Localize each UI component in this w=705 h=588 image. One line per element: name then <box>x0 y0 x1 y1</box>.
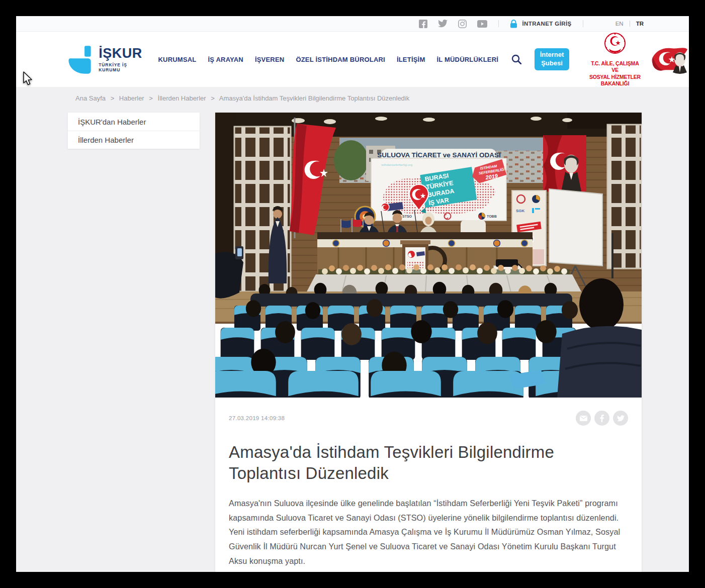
email-icon <box>580 416 587 421</box>
breadcrumb-haberler[interactable]: Haberler <box>119 94 144 102</box>
ataturk-portrait <box>543 135 586 191</box>
browser-viewport: İNTRANET GİRİŞ EN TR İŞKUR TÜRKİYE İŞ KU… <box>16 16 689 572</box>
svg-text:STSO: STSO <box>402 215 412 218</box>
article-title: Amasya'da İstihdam Teşvikleri Bilgilendi… <box>229 442 628 484</box>
ministry-emblem-icon <box>602 32 628 57</box>
photographer <box>215 246 243 299</box>
instagram-icon[interactable] <box>458 20 467 28</box>
breadcrumb: Ana Sayfa > Haberler > İllerden Haberler… <box>16 87 689 102</box>
svg-text:TOBB: TOBB <box>487 215 497 218</box>
twitter-icon[interactable] <box>438 20 448 28</box>
sidebar-item-iskurdan-haberler[interactable]: İŞKUR'dan Haberler <box>68 113 200 131</box>
article-text: Amasya'nın Suluova ilçesinde ülke geneli… <box>229 496 628 572</box>
logo-tagline: TÜRKİYE İŞ KURUMU <box>99 62 145 72</box>
main-content: İŞKUR'dan Haberler İllerden Haberler <box>68 113 689 572</box>
internet-button-line2: Şubesi <box>535 59 569 68</box>
ministry-name-line1: T.C. AİLE, ÇALIŞMA VE <box>587 60 643 73</box>
search-button[interactable] <box>511 54 521 64</box>
search-icon <box>511 54 521 64</box>
breadcrumb-current: Amasya'da İstihdam Teşvikleri Bilgilendi… <box>219 94 409 102</box>
nav-is-arayan[interactable]: İŞ ARAYAN <box>208 56 243 63</box>
news-sidebar: İŞKUR'dan Haberler İllerden Haberler <box>68 113 200 149</box>
nav-kurumsal[interactable]: KURUMSAL <box>158 56 197 63</box>
lang-en[interactable]: EN <box>609 21 630 27</box>
site-header: İŞKUR TÜRKİYE İŞ KURUMU KURUMSAL İŞ ARAY… <box>16 32 689 87</box>
intranet-login-link[interactable]: İNTRANET GİRİŞ <box>510 20 571 28</box>
youtube-icon[interactable] <box>477 20 487 28</box>
breadcrumb-sep: > <box>111 94 115 102</box>
article-date: 27.03.2019 14:09:38 <box>229 415 285 421</box>
iskur-logo[interactable]: İŞKUR TÜRKİYE İŞ KURUMU <box>68 43 145 75</box>
share-buttons <box>576 411 628 426</box>
lang-tr[interactable]: TR <box>630 21 650 27</box>
breadcrumb-sep: > <box>211 94 215 102</box>
ministry-name-line2: SOSYAL HİZMETLER BAKANLIĞI <box>587 74 643 87</box>
nav-ozel-istihdam-burolari[interactable]: ÖZEL İSTİHDAM BÜROLARI <box>296 56 385 63</box>
article-meta-row: 27.03.2019 14:09:38 <box>229 411 628 426</box>
ataturk-flag-image <box>651 44 689 74</box>
share-email-button[interactable] <box>576 411 591 426</box>
language-switch: EN TR <box>609 21 650 27</box>
breadcrumb-sep: > <box>149 94 153 102</box>
sidebar-item-illerden-haberler[interactable]: İllerden Haberler <box>68 131 200 149</box>
lock-icon <box>510 20 517 28</box>
campaign-banner: istihdamseferberligi.org BURASI TÜRKİYE … <box>371 158 507 221</box>
iskur-logo-text: İŞKUR TÜRKİYE İŞ KURUMU <box>99 47 145 72</box>
svg-text:istihdamseferberligi.org: istihdamseferberligi.org <box>381 163 412 166</box>
ministry-logo: T.C. AİLE, ÇALIŞMA VE SOSYAL HİZMETLER B… <box>587 32 643 87</box>
svg-text:SGK: SGK <box>516 209 525 213</box>
top-utility-bar: İNTRANET GİRİŞ EN TR <box>16 16 689 32</box>
article-card: SULUOVA TİCARET ve SANAYİ ODASI <box>215 113 642 572</box>
article-body: 27.03.2019 14:09:38 Amasya'da İstihdam <box>215 398 642 572</box>
nav-isveren[interactable]: İŞVEREN <box>255 56 284 63</box>
topbar-divider-2 <box>583 20 583 27</box>
facebook-icon[interactable] <box>419 20 427 28</box>
internet-button-line1: İnternet <box>535 51 569 59</box>
internet-subesi-button[interactable]: İnternet Şubesi <box>535 48 569 70</box>
breadcrumb-illerden-haberler[interactable]: İllerden Haberler <box>158 94 206 102</box>
logo-word: İŞKUR <box>99 47 145 60</box>
facebook-share-icon <box>600 415 604 422</box>
wall-banner-title: SULUOVA TİCARET ve SANAYİ ODASI <box>377 151 501 159</box>
twitter-share-icon <box>617 415 625 422</box>
intranet-label: İNTRANET GİRİŞ <box>522 21 571 27</box>
breadcrumb-home[interactable]: Ana Sayfa <box>75 94 106 102</box>
main-navigation: KURUMSAL İŞ ARAYAN İŞVEREN ÖZEL İSTİHDAM… <box>158 56 499 63</box>
nav-il-mudurlukleri[interactable]: İL MÜDÜRLÜKLERİ <box>436 56 498 63</box>
topbar-divider <box>498 20 499 27</box>
iskur-logo-icon <box>68 43 93 75</box>
article-photo: SULUOVA TİCARET ve SANAYİ ODASI <box>215 113 642 398</box>
nav-iletisim[interactable]: İLETİŞİM <box>397 56 425 63</box>
share-twitter-button[interactable] <box>613 411 628 426</box>
share-facebook-button[interactable] <box>594 411 609 426</box>
social-links <box>419 20 487 28</box>
